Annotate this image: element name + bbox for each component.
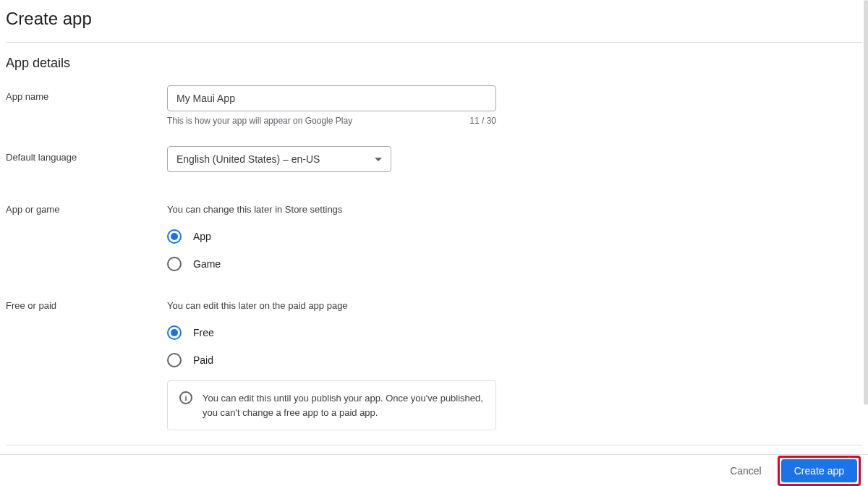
radio-paid-label: Paid [193, 354, 213, 366]
radio-free-label: Free [193, 327, 214, 338]
section-app-details-title: App details [6, 56, 862, 71]
footer-bar: Cancel Create app [0, 454, 868, 486]
app-name-counter: 11 / 30 [469, 116, 496, 126]
app-name-hint: This is how your app will appear on Goog… [167, 116, 352, 126]
label-app-or-game: App or game [6, 204, 167, 215]
radio-icon [167, 229, 182, 244]
radio-free[interactable]: Free [167, 325, 214, 340]
default-language-value: English (United States) – en-US [176, 153, 320, 165]
radio-game-label: Game [193, 258, 221, 270]
scrollbar[interactable] [864, 0, 868, 405]
divider [6, 42, 862, 43]
info-banner-text: You can edit this until you publish your… [203, 391, 484, 419]
info-icon: i [179, 391, 192, 404]
cancel-button[interactable]: Cancel [720, 459, 772, 482]
divider [6, 445, 862, 446]
hint-free-or-paid: You can edit this later on the paid app … [167, 300, 861, 311]
app-name-input[interactable] [167, 85, 496, 111]
info-banner-free-paid: i You can edit this until you publish yo… [167, 380, 496, 430]
highlight-ring: Create app [778, 456, 861, 486]
create-app-button[interactable]: Create app [781, 459, 857, 482]
default-language-select[interactable]: English (United States) – en-US [167, 146, 391, 172]
radio-app-label: App [193, 231, 211, 242]
hint-app-or-game: You can change this later in Store setti… [167, 204, 861, 215]
label-free-or-paid: Free or paid [6, 300, 167, 311]
chevron-down-icon [375, 158, 382, 161]
radio-icon [167, 257, 182, 271]
radio-icon [167, 353, 182, 367]
radio-paid[interactable]: Paid [167, 353, 213, 367]
radio-game[interactable]: Game [167, 257, 221, 271]
label-app-name: App name [6, 85, 167, 102]
page-title: Create app [6, 9, 862, 29]
radio-icon [167, 325, 182, 340]
radio-app[interactable]: App [167, 229, 211, 244]
label-default-language: Default language [6, 146, 167, 163]
